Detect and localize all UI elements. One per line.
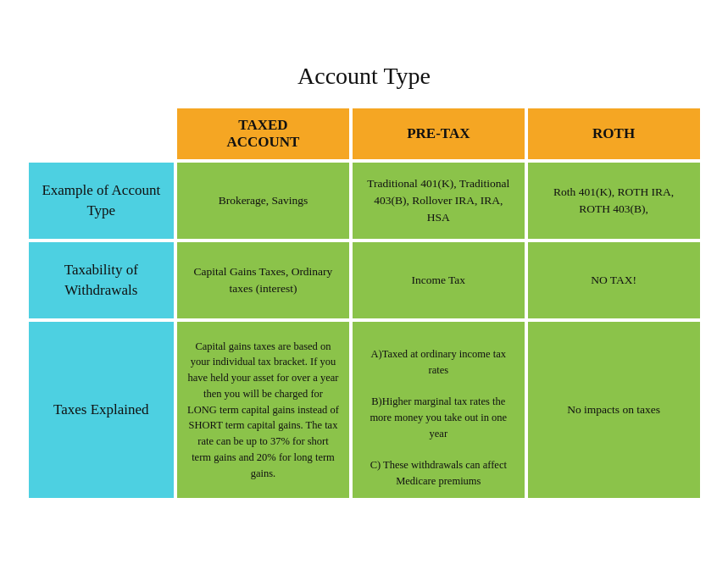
taxes-taxed-cell: Capital gains taxes are based on your in… [177,322,349,498]
example-pretax-cell: Traditional 401(K), Traditional 403(B), … [353,163,525,239]
taxes-pretax-cell: A)Taxed at ordinary income tax rates B)H… [353,322,525,498]
taxes-roth-cell: No impacts on taxes [528,322,700,498]
table-row-example: Example of Account Type Brokerage, Savin… [29,163,700,239]
header-empty-cell [29,108,175,159]
taxability-roth-cell: NO TAX! [528,242,700,318]
header-pretax: PRE-TAX [353,108,525,159]
header-taxed-account: TAXEDACCOUNT [177,108,349,159]
table-row-taxability: Taxability of Withdrawals Capital Gains … [29,242,700,318]
label-taxes: Taxes Explained [29,322,175,498]
table-wrapper: TAXEDACCOUNT PRE-TAX ROTH Example of Acc… [25,105,703,501]
label-example: Example of Account Type [29,163,175,239]
example-roth-cell: Roth 401(K), ROTH IRA, ROTH 403(B), [528,163,700,239]
header-roth: ROTH [528,108,700,159]
page-container: Account Type TAXEDACCOUNT PRE-TAX ROTH E… [17,46,712,518]
page-title: Account Type [25,63,703,90]
table-row-taxes: Taxes Explained Capital gains taxes are … [29,322,700,498]
account-type-table: TAXEDACCOUNT PRE-TAX ROTH Example of Acc… [25,105,703,501]
example-taxed-cell: Brokerage, Savings [177,163,349,239]
taxability-taxed-cell: Capital Gains Taxes, Ordinary taxes (int… [177,242,349,318]
taxability-pretax-cell: Income Tax [353,242,525,318]
label-taxability: Taxability of Withdrawals [29,242,175,318]
